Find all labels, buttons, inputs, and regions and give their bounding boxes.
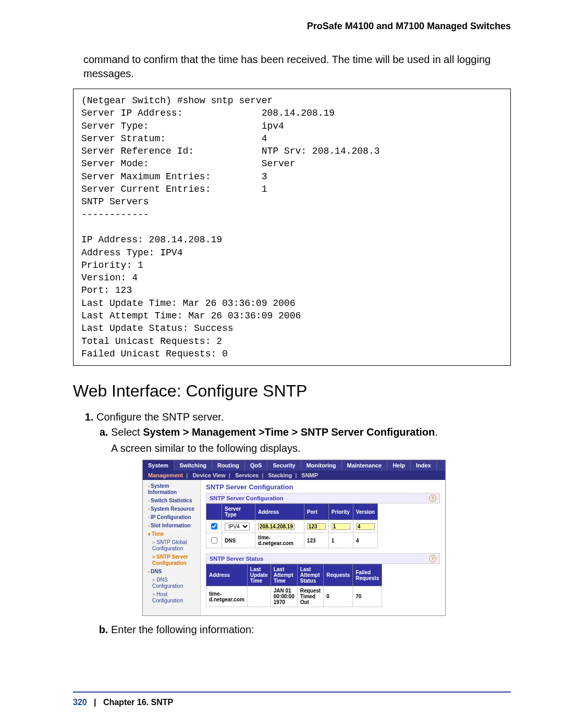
sub-tab-bar: Management| Device View| Services| Stack… — [143, 471, 445, 480]
sntp-config-screenshot: System Switching Routing QoS Security Mo… — [142, 460, 446, 616]
table-row: IPV4 208.14.208.19 123 1 4 — [206, 520, 378, 533]
main-tab-bar: System Switching Routing QoS Security Mo… — [143, 460, 445, 471]
intro-paragraph: command to confirm that the time has bee… — [83, 53, 511, 81]
running-title: ProSafe M4100 and M7100 Managed Switches — [73, 21, 511, 32]
step-1b: Enter the following information: — [111, 624, 511, 636]
tab-security[interactable]: Security — [267, 460, 301, 471]
row2-checkbox[interactable] — [211, 537, 217, 544]
tab-maintenance[interactable]: Maintenance — [342, 460, 388, 471]
subtab-snmp[interactable]: SNMP — [299, 472, 320, 478]
server-type-select[interactable]: IPV4 — [225, 523, 250, 530]
tab-monitoring[interactable]: Monitoring — [301, 460, 342, 471]
step-1a: Select System > Management >Time > SNTP … — [111, 426, 511, 616]
table-row: DNS time-d.netgear.com 123 1 4 — [206, 533, 378, 548]
section-sntp-config-header: SNTP Server Configuration? — [206, 493, 440, 503]
step-1: Configure the SNTP server. Select System… — [96, 411, 511, 636]
sidebar-item-slot-information[interactable]: ›Slot Information — [143, 522, 200, 530]
sidebar-item-time[interactable]: ▾Time — [143, 530, 200, 538]
sntp-config-table: Server Type Address Port Priority Versio… — [206, 503, 378, 548]
sidebar-item-host-config[interactable]: » Host Configuration — [143, 590, 200, 605]
tab-qos[interactable]: QoS — [245, 460, 268, 471]
sntp-status-table: Address Last Update Time Last Attempt Ti… — [206, 564, 382, 607]
row1-checkbox[interactable] — [211, 523, 217, 529]
help-icon[interactable]: ? — [429, 495, 436, 502]
tab-index[interactable]: Index — [411, 460, 437, 471]
tab-help[interactable]: Help — [387, 460, 411, 471]
tab-system[interactable]: System — [143, 460, 174, 471]
tab-routing[interactable]: Routing — [212, 460, 245, 471]
port-input[interactable]: 123 — [307, 523, 326, 530]
subtab-management[interactable]: Management — [146, 472, 185, 478]
sidebar-item-system-information[interactable]: ›System Information — [143, 482, 200, 497]
sidebar-item-sntp-server-config[interactable]: » SNTP Server Configuration — [143, 553, 200, 567]
sidebar-item-switch-statistics[interactable]: ›Switch Statistics — [143, 497, 200, 505]
help-icon[interactable]: ? — [429, 555, 436, 562]
sidebar-item-ip-configuration[interactable]: ›IP Configuration — [143, 513, 200, 522]
version-input[interactable]: 4 — [356, 523, 375, 530]
section-heading: Web Interface: Configure SNTP — [73, 381, 511, 401]
cli-output-block: (Netgear Switch) #show sntp server Serve… — [73, 89, 511, 366]
address-input[interactable]: 208.14.208.19 — [258, 523, 295, 530]
priority-input[interactable]: 1 — [332, 523, 350, 530]
table-row: time-d.netgear.com JAN 01 00:00:00 1970 … — [206, 586, 382, 607]
sidebar-item-system-resource[interactable]: ›System Resource — [143, 505, 200, 513]
sidebar-item-dns[interactable]: ›DNS — [143, 567, 200, 576]
sidebar-item-sntp-global[interactable]: » SNTP Global Configuration — [143, 538, 200, 553]
section-sntp-status-header: SNTP Server Status? — [206, 553, 440, 564]
subtab-stacking[interactable]: Stacking — [266, 472, 294, 478]
tab-switching[interactable]: Switching — [174, 460, 212, 471]
sidebar: ›System Information ›Switch Statistics ›… — [143, 480, 201, 615]
subtab-device-view[interactable]: Device View — [190, 472, 227, 478]
pane-title: SNTP Server Configuration — [206, 483, 440, 491]
page-footer: 320 | Chapter 16. SNTP — [73, 692, 511, 707]
subtab-services[interactable]: Services — [233, 472, 261, 478]
sidebar-item-dns-config[interactable]: » DNS Configuration — [143, 576, 200, 590]
